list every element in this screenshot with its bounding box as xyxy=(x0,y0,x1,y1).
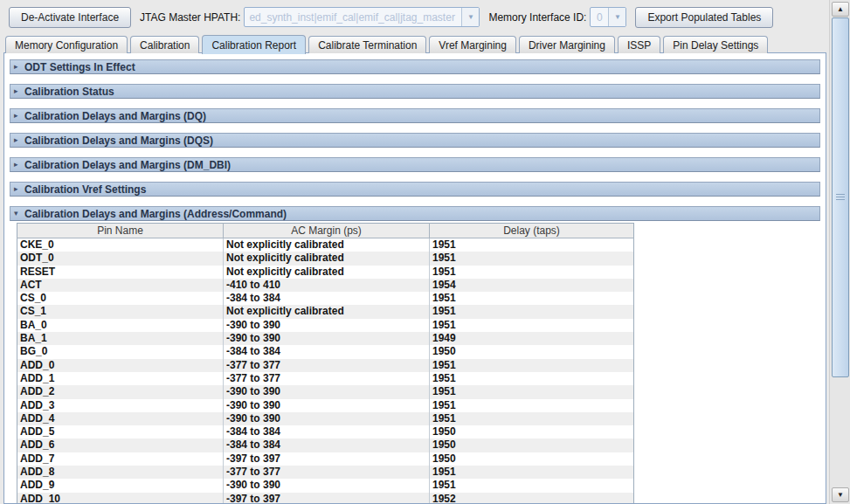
table-row[interactable]: ADD_4-390 to 3901951 xyxy=(17,412,634,425)
table-row[interactable]: ADD_7-397 to 3971950 xyxy=(17,452,634,466)
scrollbar-thumb[interactable] xyxy=(832,17,849,377)
table-cell: ADD_8 xyxy=(17,466,224,479)
column-header-delay[interactable]: Delay (taps) xyxy=(430,224,634,238)
table-cell: BG_0 xyxy=(17,345,224,358)
chevron-down-icon[interactable]: ▼ xyxy=(461,8,479,26)
table-cell: -384 to 384 xyxy=(224,345,430,358)
table-cell: -390 to 390 xyxy=(224,319,430,332)
tab-issp[interactable]: ISSP xyxy=(618,36,660,53)
table-cell: RESET xyxy=(17,266,224,279)
table-cell: 1951 xyxy=(430,292,634,305)
table-cell: ADD_3 xyxy=(17,399,224,412)
chevron-right-icon: ▸ xyxy=(14,185,24,193)
table-cell: 1950 xyxy=(430,438,634,452)
chevron-right-icon: ▸ xyxy=(14,136,24,144)
section-label: Calibration Delays and Margins (DM_DBI) xyxy=(24,159,231,171)
table-cell: 1951 xyxy=(430,466,634,479)
table-cell: ADD_7 xyxy=(17,452,224,466)
table-cell: Not explicitly calibrated xyxy=(224,252,430,265)
jtag-master-hpath-select[interactable]: ed_synth_inst|emif_cal|emif_cal|jtag_mas… xyxy=(244,7,480,27)
table-cell: 1954 xyxy=(430,279,634,292)
table-row[interactable]: ADD_2-390 to 3901951 xyxy=(17,385,634,398)
table-row[interactable]: ADD_1-377 to 3771951 xyxy=(17,372,634,385)
table-cell: 1951 xyxy=(430,359,634,372)
table-cell: 1949 xyxy=(430,332,634,345)
table-cell: 1952 xyxy=(430,493,634,504)
section-label: Calibration Delays and Margins (DQ) xyxy=(24,110,206,122)
memory-interface-id-select[interactable]: 0 ▼ xyxy=(590,7,626,27)
calibration-report-panel: ▸ODT Settings In Effect▸Calibration Stat… xyxy=(3,52,826,504)
section-header-calibration-delays-and-margins-dqs[interactable]: ▸Calibration Delays and Margins (DQS) xyxy=(10,133,820,148)
table-cell: -377 to 377 xyxy=(224,359,430,372)
section-label: Calibration Vref Settings xyxy=(24,183,146,196)
export-populated-tables-button[interactable]: Export Populated Tables xyxy=(635,7,773,28)
section-header-calibration-delays-and-margins-dm-dbi[interactable]: ▸Calibration Delays and Margins (DM_DBI) xyxy=(10,157,820,172)
table-cell: 1951 xyxy=(430,399,634,412)
tab-calibrate-termination[interactable]: Calibrate Termination xyxy=(308,36,426,53)
table-row[interactable]: RESETNot explicitly calibrated1951 xyxy=(17,266,634,279)
table-row[interactable]: ADD_3-390 to 3901951 xyxy=(17,399,634,412)
table-row[interactable]: ADD_9-390 to 3901951 xyxy=(17,479,634,492)
table-cell: 1951 xyxy=(430,319,634,332)
table-row[interactable]: CS_1Not explicitly calibrated1951 xyxy=(17,305,634,318)
tab-memory-configuration[interactable]: Memory Configuration xyxy=(5,36,128,53)
chevron-down-icon[interactable]: ▼ xyxy=(608,8,625,26)
vertical-scrollbar[interactable]: ▲ ▼ xyxy=(829,0,850,504)
section-label: Calibration Delays and Margins (DQS) xyxy=(24,135,213,147)
tab-driver-margining[interactable]: Driver Margining xyxy=(519,36,615,53)
table-cell: 1950 xyxy=(430,452,634,466)
table-row[interactable]: ADD_6-384 to 3841950 xyxy=(17,438,634,452)
table-cell: Not explicitly calibrated xyxy=(224,266,430,279)
table-cell: BA_0 xyxy=(17,319,224,332)
table-cell: 1951 xyxy=(430,479,634,492)
table-row[interactable]: ADD_8-377 to 3771951 xyxy=(17,466,634,479)
toolbar: De-Activate Interface JTAG Master HPATH:… xyxy=(0,0,829,34)
section-header-calibration-status[interactable]: ▸Calibration Status xyxy=(10,84,820,99)
table-row[interactable]: BG_0-384 to 3841950 xyxy=(17,345,634,358)
table-row[interactable]: CS_0-384 to 3841951 xyxy=(17,292,634,305)
section-header-calibration-delays-and-margins-dq[interactable]: ▸Calibration Delays and Margins (DQ) xyxy=(10,108,820,123)
table-cell: ADD_4 xyxy=(17,412,224,425)
table-row[interactable]: BA_0-390 to 3901951 xyxy=(17,319,634,332)
table-cell: 1951 xyxy=(430,305,634,318)
section-list: ▸ODT Settings In Effect▸Calibration Stat… xyxy=(4,59,826,221)
table-cell: BA_1 xyxy=(17,332,224,345)
scroll-down-icon[interactable]: ▼ xyxy=(832,487,849,502)
table-cell: ACT xyxy=(17,279,224,292)
scroll-up-icon[interactable]: ▲ xyxy=(832,2,849,17)
table-row[interactable]: ADD_5-384 to 3841950 xyxy=(17,425,634,438)
table-cell: -390 to 390 xyxy=(224,412,430,425)
tab-calibration[interactable]: Calibration xyxy=(130,36,199,53)
table-cell: 1951 xyxy=(430,412,634,425)
table-cell: Not explicitly calibrated xyxy=(224,238,430,252)
table-cell: -390 to 390 xyxy=(224,479,430,492)
table-cell: -377 to 377 xyxy=(224,466,430,479)
section-header-calibration-delays-and-margins-address-command[interactable]: ▾Calibration Delays and Margins (Address… xyxy=(10,206,820,221)
table-cell: -397 to 397 xyxy=(224,493,430,504)
table-cell: ADD_5 xyxy=(17,425,224,438)
table-row[interactable]: BA_1-390 to 3901949 xyxy=(17,332,634,345)
tab-pin-delay-settings[interactable]: Pin Delay Settings xyxy=(663,36,768,53)
table-row[interactable]: CKE_0Not explicitly calibrated1951 xyxy=(17,238,634,252)
tab-vref-margining[interactable]: Vref Margining xyxy=(429,36,516,53)
tab-calibration-report[interactable]: Calibration Report xyxy=(202,35,306,54)
chevron-right-icon: ▸ xyxy=(14,112,24,120)
section-label: Calibration Status xyxy=(24,86,114,98)
jtag-master-hpath-value: ed_synth_inst|emif_cal|emif_cal|jtag_mas… xyxy=(245,8,461,26)
table-row[interactable]: ODT_0Not explicitly calibrated1951 xyxy=(17,252,634,265)
deactivate-interface-button[interactable]: De-Activate Interface xyxy=(9,7,131,28)
section-header-odt-settings-in-effect[interactable]: ▸ODT Settings In Effect xyxy=(10,59,820,74)
table-cell: -377 to 377 xyxy=(224,372,430,385)
chevron-down-icon: ▾ xyxy=(14,210,24,217)
column-header-ac-margin[interactable]: AC Margin (ps) xyxy=(224,224,430,238)
table-row[interactable]: ADD_10-397 to 3971952 xyxy=(17,493,634,504)
chevron-right-icon: ▸ xyxy=(14,87,24,95)
column-header-pin-name[interactable]: Pin Name xyxy=(17,224,224,238)
table-row[interactable]: ACT-410 to 4101954 xyxy=(17,279,634,292)
section-label: ODT Settings In Effect xyxy=(24,61,135,73)
section-header-calibration-vref-settings[interactable]: ▸Calibration Vref Settings xyxy=(10,182,820,197)
table-cell: 1951 xyxy=(430,385,634,398)
table-cell: ADD_9 xyxy=(17,479,224,492)
table-cell: ADD_6 xyxy=(17,438,224,452)
table-row[interactable]: ADD_0-377 to 3771951 xyxy=(17,359,634,372)
